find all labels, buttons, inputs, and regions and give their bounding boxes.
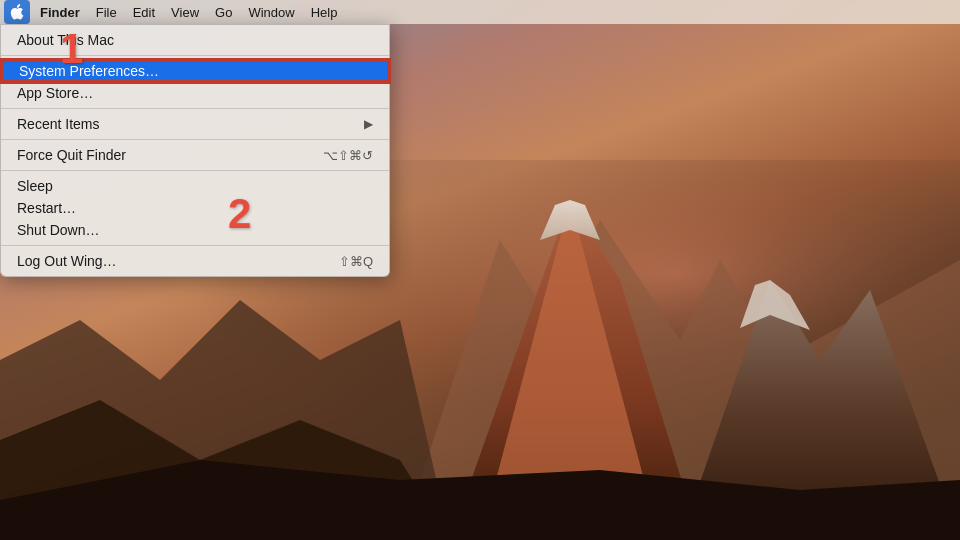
menu-item-logout[interactable]: Log Out Wing… ⇧⌘Q bbox=[1, 250, 389, 272]
separator-3 bbox=[1, 139, 389, 140]
menu-item-sleep[interactable]: Sleep bbox=[1, 175, 389, 197]
menu-bar-view[interactable]: View bbox=[163, 0, 207, 24]
menu-bar-edit[interactable]: Edit bbox=[125, 0, 163, 24]
step-2-badge: 2 bbox=[228, 193, 251, 235]
menu-bar-finder[interactable]: Finder bbox=[32, 0, 88, 24]
separator-2 bbox=[1, 108, 389, 109]
menu-bar-go[interactable]: Go bbox=[207, 0, 240, 24]
view-label: View bbox=[171, 5, 199, 20]
menu-bar-help[interactable]: Help bbox=[303, 0, 346, 24]
apple-menu-button[interactable] bbox=[4, 0, 30, 24]
finder-label: Finder bbox=[40, 5, 80, 20]
menu-item-restart[interactable]: Restart… bbox=[1, 197, 389, 219]
step-1-badge: 1 bbox=[60, 28, 83, 70]
menu-item-recent-items[interactable]: Recent Items ▶ bbox=[1, 113, 389, 135]
menu-bar: Finder File Edit View Go Window Help bbox=[0, 0, 960, 24]
file-label: File bbox=[96, 5, 117, 20]
apple-logo-icon bbox=[10, 4, 24, 20]
menu-bar-window[interactable]: Window bbox=[240, 0, 302, 24]
window-label: Window bbox=[248, 5, 294, 20]
apple-dropdown-menu: About This Mac System Preferences… App S… bbox=[0, 24, 390, 277]
go-label: Go bbox=[215, 5, 232, 20]
separator-4 bbox=[1, 170, 389, 171]
edit-label: Edit bbox=[133, 5, 155, 20]
separator-5 bbox=[1, 245, 389, 246]
menu-item-force-quit[interactable]: Force Quit Finder ⌥⇧⌘↺ bbox=[1, 144, 389, 166]
menu-item-shutdown[interactable]: Shut Down… bbox=[1, 219, 389, 241]
menu-item-app-store[interactable]: App Store… bbox=[1, 82, 389, 104]
menu-bar-file[interactable]: File bbox=[88, 0, 125, 24]
help-label: Help bbox=[311, 5, 338, 20]
